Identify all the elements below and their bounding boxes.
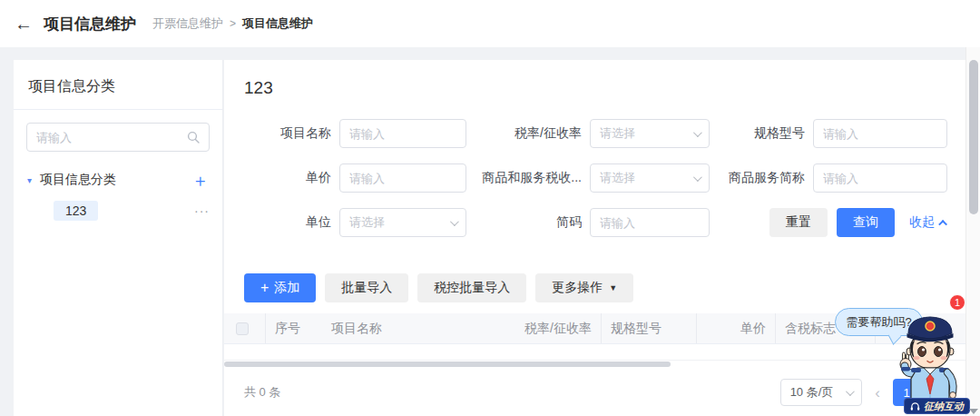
collapse-link[interactable]: 收起 — [909, 214, 947, 231]
caret-down-icon: ▼ — [609, 283, 617, 292]
more-operations-button[interactable]: 更多操作 ▼ — [535, 273, 633, 302]
tax-rate-select[interactable]: 请选择 — [590, 119, 710, 148]
field-label-unit-price: 单价 — [244, 170, 331, 186]
category-sidebar: 项目信息分类 ▾ 项目信息分类 ＋ 123 ··· — [14, 60, 223, 416]
category-tree: ▾ 项目信息分类 ＋ 123 ··· — [14, 167, 222, 224]
field-label-goods-tax-class: 商品和服务税收... — [475, 170, 582, 186]
horizontal-scrollbar-thumb[interactable] — [224, 362, 671, 367]
field-label-short-code: 简码 — [475, 214, 582, 231]
filter-form: 项目名称 税率/征收率 请选择 规格型号 单价 商品和服务税收... 请选择 商… — [244, 119, 944, 237]
field-label-project-name: 项目名称 — [244, 125, 331, 142]
top-header: ← 项目信息维护 开票信息维护 > 项目信息维护 — [0, 0, 980, 47]
column-header-spec-model: 规格型号 — [602, 313, 697, 343]
back-arrow-icon[interactable]: ← — [15, 15, 33, 33]
field-label-spec-model: 规格型号 — [718, 125, 805, 142]
plus-icon: + — [260, 281, 269, 295]
page-title: 项目信息维护 — [44, 14, 136, 35]
chevron-down-icon — [693, 128, 702, 137]
goods-tax-class-placeholder: 请选择 — [600, 170, 693, 186]
page-size-label: 10 条/页 — [790, 384, 834, 401]
project-name-input[interactable] — [339, 119, 466, 148]
goods-tax-class-select[interactable]: 请选择 — [590, 163, 710, 193]
reset-button[interactable]: 重置 — [769, 208, 828, 237]
chevron-down-icon — [846, 387, 855, 396]
horizontal-scrollbar — [224, 361, 965, 368]
main-panel: 123 项目名称 税率/征收率 请选择 规格型号 单价 商品和服务税收... 请… — [224, 60, 965, 416]
add-category-icon[interactable]: ＋ — [191, 172, 209, 189]
filter-actions: 重置 查询 收起 — [718, 208, 947, 237]
collapse-widget-caret-icon[interactable] — [969, 409, 978, 414]
add-button[interactable]: + 添加 — [244, 273, 316, 302]
chevron-down-icon — [450, 217, 459, 226]
field-label-tax-rate: 税率/征收率 — [475, 125, 582, 142]
tax-officer-mascot-icon — [893, 312, 967, 409]
short-code-input[interactable] — [590, 208, 710, 237]
field-label-unit: 单位 — [244, 214, 331, 231]
more-actions-icon[interactable]: ··· — [194, 203, 210, 218]
total-count-text: 共 0 条 — [244, 384, 280, 401]
vertical-scrollbar-thumb[interactable] — [969, 60, 978, 214]
tree-expand-caret-icon[interactable]: ▾ — [27, 175, 32, 185]
select-all-checkbox[interactable] — [236, 322, 249, 335]
sidebar-search-box — [26, 123, 210, 152]
tree-child-label[interactable]: 123 — [54, 201, 98, 221]
tax-rate-placeholder: 请选择 — [600, 125, 693, 142]
prev-page-icon[interactable]: ‹ — [875, 385, 880, 401]
tax-control-batch-import-button[interactable]: 税控批量导入 — [417, 273, 526, 302]
sidebar-search-input[interactable] — [27, 131, 187, 144]
interaction-pill-label: 征纳互动 — [924, 400, 964, 413]
tree-node-child[interactable]: 123 ··· — [14, 197, 222, 224]
chevron-down-icon — [693, 173, 702, 182]
unit-select[interactable]: 请选择 — [339, 208, 466, 237]
field-label-goods-short-name: 商品服务简称 — [718, 170, 805, 186]
headset-icon — [910, 401, 920, 411]
chevron-up-icon — [938, 219, 947, 228]
assistant-mascot[interactable] — [893, 312, 967, 409]
column-header-project-name: 项目名称 — [322, 313, 467, 343]
breadcrumb: 开票信息维护 > 项目信息维护 — [152, 15, 313, 32]
search-icon[interactable] — [187, 131, 200, 144]
page-size-select[interactable]: 10 条/页 — [780, 379, 863, 406]
breadcrumb-separator-icon: > — [230, 17, 236, 30]
unit-price-input[interactable] — [339, 163, 466, 193]
column-header-seq: 序号 — [266, 313, 322, 343]
column-header-tax-rate: 税率/征收率 — [467, 313, 602, 343]
goods-short-name-input[interactable] — [813, 163, 947, 193]
query-button[interactable]: 查询 — [837, 208, 895, 237]
breadcrumb-parent[interactable]: 开票信息维护 — [152, 15, 223, 32]
pagination-bar: 共 0 条 10 条/页 ‹ 1 — [244, 379, 944, 406]
vertical-scrollbar — [965, 47, 980, 416]
unit-placeholder: 请选择 — [349, 214, 450, 231]
more-operations-label: 更多操作 — [552, 280, 603, 296]
interaction-pill[interactable]: 征纳互动 — [904, 398, 970, 414]
table-toolbar: + 添加 批量导入 税控批量导入 更多操作 ▼ — [244, 273, 944, 302]
column-header-unit-price: 单价 — [697, 313, 776, 343]
breadcrumb-current: 项目信息维护 — [242, 15, 313, 32]
collapse-label: 收起 — [909, 214, 935, 231]
add-label: 添加 — [274, 280, 299, 296]
sidebar-title: 项目信息分类 — [14, 60, 222, 110]
tree-root-label[interactable]: 项目信息分类 — [40, 172, 191, 188]
notification-badge[interactable]: 1 — [949, 294, 965, 311]
table-empty-body — [224, 344, 965, 361]
spec-model-input[interactable] — [813, 119, 947, 148]
batch-import-button[interactable]: 批量导入 — [325, 273, 408, 302]
tree-node-root[interactable]: ▾ 项目信息分类 ＋ — [14, 167, 222, 193]
table-header-checkbox-cell — [236, 313, 266, 343]
category-name-title: 123 — [244, 78, 944, 98]
